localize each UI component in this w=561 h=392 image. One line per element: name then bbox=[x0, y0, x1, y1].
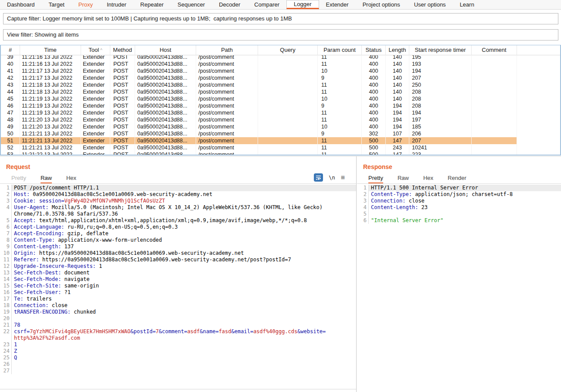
table-row[interactable]: 5311:21:22 13 Jul 2022ExtenderPOST0a9500… bbox=[1, 151, 517, 155]
table-cell-status: 400 bbox=[362, 88, 386, 95]
editor-line[interactable]: 6"Internal Server Error" bbox=[357, 217, 561, 224]
table-row[interactable]: 5111:21:21 13 Jul 2022ExtenderPOST0a9500… bbox=[1, 137, 517, 144]
syntax-segment: Origin: bbox=[14, 250, 36, 256]
table-cell-path: /post/comment bbox=[196, 109, 258, 116]
editor-line[interactable]: 22csrf=7gYzhMCiFvi4gBEyUEEk7HmHSHM7xWAO&… bbox=[0, 328, 356, 335]
menu-tab-learn[interactable]: Learn bbox=[453, 0, 481, 9]
editor-line[interactable]: 1HTTP/1.1 500 Internal Server Error bbox=[357, 185, 561, 191]
editor-line[interactable]: 25Q bbox=[0, 355, 356, 361]
newline-icon[interactable]: \n bbox=[329, 175, 335, 181]
editor-line[interactable]: 9Content-Length: 137 bbox=[0, 243, 356, 250]
menu-tab-decoder[interactable]: Decoder bbox=[212, 0, 247, 9]
tab-render[interactable]: Render bbox=[448, 175, 466, 183]
menu-tab-project-options[interactable]: Project options bbox=[356, 0, 407, 9]
editor-line[interactable]: 7Accept-Encoding: gzip, deflate bbox=[0, 230, 356, 237]
menu-tab-target[interactable]: Target bbox=[42, 0, 71, 9]
request-editor[interactable]: 1POST /post/comment HTTP/1.12Host: 0a950… bbox=[0, 183, 356, 389]
editor-line[interactable]: 2Content-Type: application/json; charset… bbox=[357, 191, 561, 198]
editor-line[interactable]: 8Content-Type: application/x-www-form-ur… bbox=[0, 237, 356, 243]
line-number: 8 bbox=[0, 237, 12, 243]
editor-line[interactable]: 4Content-Length: 23 bbox=[357, 204, 561, 211]
column-header-host[interactable]: Host bbox=[135, 45, 196, 55]
table-row[interactable]: 4811:21:20 13 Jul 2022ExtenderPOST0a9500… bbox=[1, 116, 517, 123]
column-header-path[interactable]: Path bbox=[196, 45, 258, 55]
menu-tab-logger[interactable]: Logger bbox=[286, 0, 319, 9]
menu-tab-user-options[interactable]: User options bbox=[407, 0, 453, 9]
column-header-time[interactable]: Time bbox=[20, 45, 81, 55]
editor-line[interactable]: 2178 bbox=[0, 322, 356, 328]
editor-line[interactable]: 24Z bbox=[0, 348, 356, 355]
tab-hex[interactable]: Hex bbox=[423, 175, 433, 183]
table-cell-path: /post/comment bbox=[196, 68, 258, 74]
editor-line[interactable]: 12Upgrade-Insecure-Requests: 1 bbox=[0, 263, 356, 270]
editor-line[interactable]: 2Host: 0a9500020413d88ac08c5c1e001a0069.… bbox=[0, 191, 356, 198]
table-row[interactable]: 4711:21:19 13 Jul 2022ExtenderPOST0a9500… bbox=[1, 109, 517, 116]
table-row[interactable]: 4211:21:17 13 Jul 2022ExtenderPOST0a9500… bbox=[1, 74, 517, 81]
editor-line[interactable]: 5 bbox=[357, 211, 561, 217]
tab-pretty[interactable]: Pretty bbox=[368, 175, 383, 183]
column-header-start-response-timer[interactable]: Start response timer bbox=[409, 45, 472, 55]
menu-tab-proxy[interactable]: Proxy bbox=[71, 0, 100, 9]
editor-line-text: POST /post/comment HTTP/1.1 bbox=[12, 185, 356, 191]
column-header-status[interactable]: Status bbox=[362, 45, 386, 55]
column-header-method[interactable]: Method bbox=[110, 45, 135, 55]
syntax-segment: HTTP/1.1 500 Internal Server Error bbox=[371, 185, 478, 191]
editor-line[interactable]: 15Sec-Fetch-Site: same-origin bbox=[0, 283, 356, 289]
editor-line[interactable]: 3Connection: close bbox=[357, 198, 561, 204]
table-row[interactable]: 4611:21:19 13 Jul 2022ExtenderPOST0a9500… bbox=[1, 102, 517, 109]
table-row[interactable]: 4911:21:20 13 Jul 2022ExtenderPOST0a9500… bbox=[1, 123, 517, 130]
table-row[interactable]: 4511:21:19 13 Jul 2022ExtenderPOST0a9500… bbox=[1, 95, 517, 102]
editor-line[interactable]: 13Sec-Fetch-Dest: document bbox=[0, 270, 356, 276]
column-header-param-count[interactable]: Param count bbox=[318, 45, 362, 55]
editor-line[interactable]: 11Referer: https://0a9500020413d88ac08c5… bbox=[0, 257, 356, 263]
editor-line[interactable]: 26 bbox=[0, 361, 356, 368]
editor-line[interactable]: 16Sec-Fetch-User: ?1 bbox=[0, 289, 356, 296]
capture-filter-bar[interactable]: Capture filter: Logger memory limit set … bbox=[3, 13, 558, 24]
table-row[interactable]: 5011:21:21 13 Jul 2022ExtenderPOST0a9500… bbox=[1, 130, 517, 137]
editor-line[interactable]: 10Origin: https://0a9500020413d88ac08c5c… bbox=[0, 250, 356, 257]
menu-tab-comparer[interactable]: Comparer bbox=[247, 0, 286, 9]
column-header-label: Comment bbox=[482, 47, 506, 53]
editor-line[interactable]: 5Accept: text/html,application/xhtml+xml… bbox=[0, 217, 356, 224]
menu-tab-extender[interactable]: Extender bbox=[319, 0, 356, 9]
table-row[interactable]: 5211:21:21 13 Jul 2022ExtenderPOST0a9500… bbox=[1, 144, 517, 151]
menu-tab-sequencer[interactable]: Sequencer bbox=[170, 0, 212, 9]
tab-pretty[interactable]: Pretty bbox=[11, 175, 26, 183]
editor-line[interactable]: 231 bbox=[0, 341, 356, 348]
editor-line[interactable]: 14Sec-Fetch-Mode: navigate bbox=[0, 276, 356, 283]
editor-line[interactable]: 27 bbox=[0, 368, 356, 374]
editor-menu-icon[interactable]: ≡ bbox=[341, 173, 345, 182]
tab-raw[interactable]: Raw bbox=[41, 175, 52, 183]
word-wrap-icon[interactable] bbox=[314, 173, 323, 182]
table-row[interactable]: 4411:21:18 13 Jul 2022ExtenderPOST0a9500… bbox=[1, 88, 517, 95]
menu-tab-dashboard[interactable]: Dashboard bbox=[0, 0, 42, 9]
tab-raw[interactable]: Raw bbox=[398, 175, 409, 183]
response-editor[interactable]: 1HTTP/1.1 500 Internal Server Error2Cont… bbox=[357, 183, 561, 389]
editor-line[interactable]: 4User-Agent: Mozilla/5.0 (Macintosh; Int… bbox=[0, 204, 356, 211]
editor-line[interactable]: 20 bbox=[0, 315, 356, 322]
table-row[interactable]: 3911:21:16 13 Jul 2022ExtenderPOST0a9500… bbox=[1, 55, 517, 61]
table-row[interactable]: 4311:21:18 13 Jul 2022ExtenderPOST0a9500… bbox=[1, 81, 517, 88]
table-row[interactable]: 4011:21:16 13 Jul 2022ExtenderPOST0a9500… bbox=[1, 61, 517, 68]
column-header-length[interactable]: Length bbox=[386, 45, 409, 55]
editor-line[interactable]: 18Connection: close bbox=[0, 302, 356, 309]
editor-line[interactable]: 6Accept-Language: ru-RU,ru;q=0.8,en-US;q… bbox=[0, 224, 356, 230]
editor-line[interactable]: 19tRANSFER-ENCODING: chunked bbox=[0, 309, 356, 315]
column-header-query[interactable]: Query bbox=[258, 45, 318, 55]
syntax-segment: https://0a9500020413d88ac08c5c1e001a0069… bbox=[36, 250, 244, 256]
menu-tab-intruder[interactable]: Intruder bbox=[100, 0, 133, 9]
column-header-tool[interactable]: Tool^ bbox=[81, 45, 110, 55]
editor-line[interactable]: 3Cookie: session=VgFWy4D2vMfON7vMNMhjQ1S… bbox=[0, 198, 356, 204]
editor-line[interactable]: Chrome/71.0.3578.98 Safari/537.36 bbox=[0, 211, 356, 217]
view-filter-bar[interactable]: View filter: Showing all items bbox=[3, 29, 558, 41]
editor-line[interactable]: 1POST /post/comment HTTP/1.1 bbox=[0, 185, 356, 191]
syntax-segment: fasd bbox=[219, 328, 231, 335]
column-header-comment[interactable]: Comment bbox=[472, 45, 517, 55]
editor-line[interactable]: http%3A%2F%2Fasdf.com bbox=[0, 335, 356, 341]
tab-hex[interactable]: Hex bbox=[66, 175, 76, 183]
table-row[interactable]: 4111:21:17 13 Jul 2022ExtenderPOST0a9500… bbox=[1, 68, 517, 74]
menu-tab-repeater[interactable]: Repeater bbox=[133, 0, 170, 9]
column-header-[interactable]: # bbox=[1, 45, 20, 55]
editor-line[interactable]: 17Te: trailers bbox=[0, 296, 356, 302]
request-editor-icons: \n ≡ bbox=[314, 173, 345, 182]
